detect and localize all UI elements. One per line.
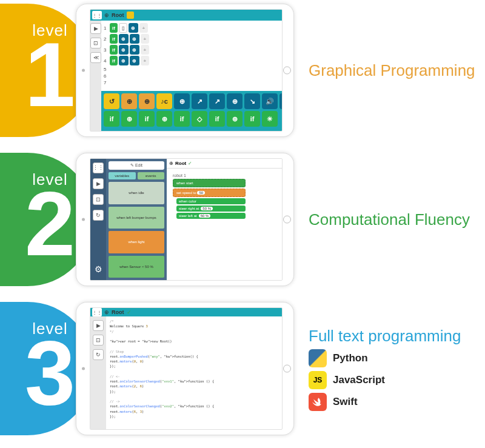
block-canvas[interactable]: 1if▯⊕+ 2if⊕⊕+ 3if⊕⊕+ 4if⊕⊕+ 5 6 7 xyxy=(101,21,283,91)
level-1-title: Graphical Programming xyxy=(309,61,485,81)
step-button[interactable]: ⊡ xyxy=(90,38,101,48)
edit-button[interactable]: ✎ Edit xyxy=(109,161,164,170)
editor-body: ▶ ⊡ ↻ ⚙ /* Welcome to Square 3*/"kw">var… xyxy=(90,316,282,430)
lang-swift: Swift xyxy=(309,393,485,411)
screen-level-3: ⋮⋮ ⊕ Root ✓ ▶ ⊡ ↻ ⚙ /* Welcome to Square… xyxy=(90,307,283,430)
canvas[interactable]: ⊕ Root ✓ robot 1 when start set speed to… xyxy=(167,159,282,280)
screen-level-2: ⋮⋮ ▶ ⊡ ↻ ⚙ ✎ Edit variables events when … xyxy=(90,158,283,281)
hat-block[interactable]: when start xyxy=(173,179,246,187)
app-name: Root xyxy=(112,12,124,18)
if-block[interactable]: if xyxy=(110,23,118,33)
if-block[interactable]: if xyxy=(110,56,118,65)
sensor-block[interactable]: when color xyxy=(176,198,246,204)
control-strip: ▶ ⊡ ≪ xyxy=(90,21,101,131)
event-block[interactable]: when left bumper bumps xyxy=(109,207,164,229)
level-2-description: Computational Fluency xyxy=(309,210,485,230)
tablet-level-3: ⋮⋮ ⊕ Root ✓ ▶ ⊡ ↻ ⚙ /* Welcome to Square… xyxy=(76,302,294,435)
robot-icon: ⊕ xyxy=(104,309,109,315)
tablet-level-1: ⋮⋮ ⊕ Root ▶ ⊡ ≪ 1if▯⊕+ 2if⊕⊕+ 3if⊕⊕+ 4if… xyxy=(76,4,294,137)
swift-icon xyxy=(309,393,327,411)
event-block[interactable]: when idle xyxy=(109,182,164,204)
events-panel: ✎ Edit variables events when idle when l… xyxy=(106,159,167,280)
menu-icon[interactable]: ⋮⋮ xyxy=(92,11,102,19)
python-icon xyxy=(309,349,327,367)
add-block[interactable]: + xyxy=(139,23,148,33)
loop-button[interactable]: ↻ xyxy=(93,210,104,221)
step-button[interactable]: ⊡ xyxy=(93,194,104,205)
action-block[interactable]: ⊕ xyxy=(129,23,138,33)
if-block[interactable]: if xyxy=(110,45,118,55)
tab-variables[interactable]: variables xyxy=(109,172,136,179)
event-block[interactable]: when light xyxy=(109,231,164,253)
if-block[interactable]: if xyxy=(110,34,118,44)
menu-icon[interactable]: ⋮⋮ xyxy=(92,308,102,316)
control-strip: ▶ ⊡ ↻ ⚙ xyxy=(90,316,106,430)
motion-block[interactable]: steer right at 50 % xyxy=(176,206,246,212)
javascript-icon: JS xyxy=(309,371,327,389)
robot-icon: ⊕ xyxy=(169,161,173,166)
motion-block[interactable]: steer left at 50 % xyxy=(176,213,246,219)
level-1-description: Graphical Programming xyxy=(309,61,485,81)
level-3-row: level 3 ⋮⋮ ⊕ Root ✓ ▶ ⊡ ↻ ⚙ /* Welcome t… xyxy=(0,298,485,439)
lang-javascript: JS JavaScript xyxy=(309,371,485,389)
control-strip: ⋮⋮ ▶ ⊡ ↻ ⚙ xyxy=(90,159,106,280)
check-icon: ✓ xyxy=(127,309,132,315)
level-number: 2 xyxy=(25,178,75,269)
level-number: 1 xyxy=(25,29,75,120)
tablet-level-2: ⋮⋮ ▶ ⊡ ↻ ⚙ ✎ Edit variables events when … xyxy=(76,153,294,286)
menu-icon[interactable]: ⋮⋮ xyxy=(93,162,104,173)
title-bar: ⋮⋮ ⊕ Root xyxy=(90,10,282,21)
status-indicator xyxy=(127,12,134,19)
code-editor[interactable]: /* Welcome to Square 3*/"kw">var root = … xyxy=(106,316,282,430)
script-stack[interactable]: robot 1 when start set speed to 50 when … xyxy=(173,173,246,220)
level-number: 3 xyxy=(25,327,75,418)
play-button[interactable]: ▶ xyxy=(90,23,101,34)
check-icon: ✓ xyxy=(188,161,192,166)
app-name: Root xyxy=(112,309,124,315)
title-bar: ⋮⋮ ⊕ Root ✓ xyxy=(90,308,282,316)
motion-block[interactable]: set speed to 50 xyxy=(173,189,246,197)
lang-python: Python xyxy=(309,349,485,367)
tray-loop-icon[interactable]: ↺ xyxy=(104,93,119,109)
back-button[interactable]: ≪ xyxy=(90,52,101,63)
app-name: Root xyxy=(175,161,186,166)
level-3-title: Full text programming xyxy=(309,326,485,346)
level-3-description: Full text programming Python JS JavaScri… xyxy=(309,326,485,412)
robot-icon: ⊕ xyxy=(104,12,109,18)
play-button[interactable]: ▶ xyxy=(93,320,104,331)
screen-level-1: ⋮⋮ ⊕ Root ▶ ⊡ ≪ 1if▯⊕+ 2if⊕⊕+ 3if⊕⊕+ 4if… xyxy=(90,9,283,132)
gear-icon[interactable]: ⚙ xyxy=(95,264,102,274)
level-2-title: Computational Fluency xyxy=(309,210,485,230)
level-2-row: level 2 ⋮⋮ ▶ ⊡ ↻ ⚙ ✎ Edit variables even… xyxy=(0,149,485,290)
editor-body: ⋮⋮ ▶ ⊡ ↻ ⚙ ✎ Edit variables events when … xyxy=(90,159,282,280)
robot-label: robot 1 xyxy=(173,173,246,178)
step-button[interactable]: ⊡ xyxy=(93,335,104,346)
canvas-header: ⊕ Root ✓ xyxy=(167,159,282,169)
editor-body: ▶ ⊡ ≪ 1if▯⊕+ 2if⊕⊕+ 3if⊕⊕+ 4if⊕⊕+ 5 6 7 xyxy=(90,21,282,131)
loop-button[interactable]: ↻ xyxy=(93,349,104,360)
tab-events[interactable]: events xyxy=(138,172,165,179)
block-tray: ↺ ⊕ ⊕ ♪c ⊕ ↗ ↗ ⊕ ↘ 🔊 ↻ xyxy=(101,91,283,131)
tray-music-icon[interactable]: ♪c xyxy=(156,93,172,109)
event-block[interactable]: when Sensor < 50 % xyxy=(109,256,164,278)
editor-main: 1if▯⊕+ 2if⊕⊕+ 3if⊕⊕+ 4if⊕⊕+ 5 6 7 ↺ ⊕ ⊕ xyxy=(101,21,283,131)
play-button[interactable]: ▶ xyxy=(93,178,104,189)
level-1-row: level 1 ⋮⋮ ⊕ Root ▶ ⊡ ≪ 1if▯⊕+ 2if⊕⊕+ xyxy=(0,0,485,141)
